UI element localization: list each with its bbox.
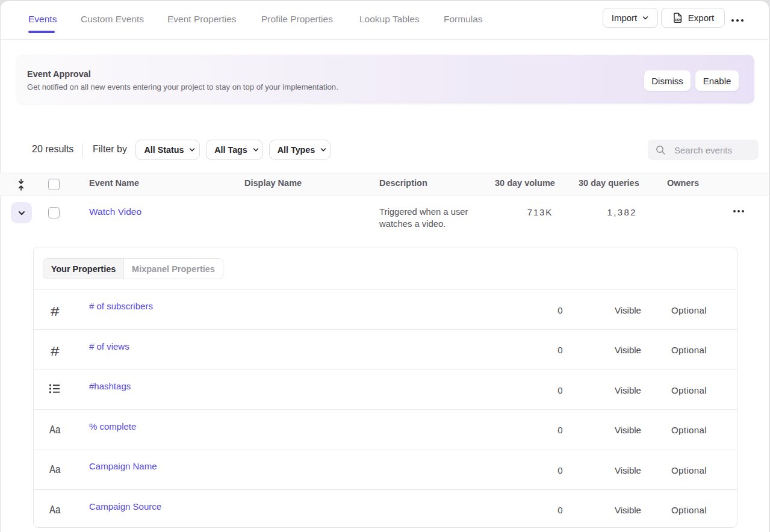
svg-text:csv: csv bbox=[675, 17, 682, 22]
